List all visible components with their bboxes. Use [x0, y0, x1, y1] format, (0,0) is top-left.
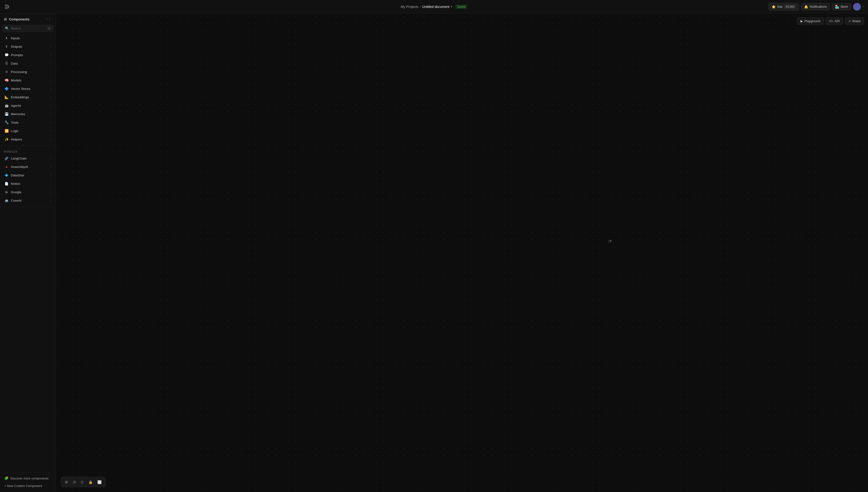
tools-chevron-icon: ›: [50, 121, 51, 124]
document-name[interactable]: Untitled document: [422, 5, 449, 9]
api-button[interactable]: </> API: [825, 17, 843, 25]
project-link[interactable]: My Projects: [401, 5, 418, 9]
code-icon: </>: [829, 20, 833, 23]
processing-chevron-icon: ›: [50, 70, 51, 73]
sidebar-item-logic[interactable]: 🔀 Logic ›: [1, 127, 54, 135]
canvas-area[interactable]: ▶ Playground </> API ↗ Share ☞ ⊕ ⊖ ⊡: [56, 14, 868, 492]
logic-chevron-icon: ›: [50, 129, 51, 132]
inputs-chevron-icon: ›: [50, 36, 51, 40]
chevron-down-icon[interactable]: ▾: [451, 5, 452, 8]
sidebar-title: ⊞ Components: [4, 17, 30, 21]
sidebar-item-models[interactable]: 🧠 Models ›: [1, 76, 54, 84]
zoom-in-button[interactable]: ⊕: [63, 478, 70, 486]
sidebar-item-embeddings[interactable]: 📐 Embeddings ›: [1, 93, 54, 101]
sidebar-item-left: 💾 Memories: [4, 112, 25, 116]
sidebar-item-datastax[interactable]: 💠 DataStax ›: [1, 171, 54, 179]
api-label: API: [835, 19, 840, 23]
share-label: Share: [852, 19, 861, 23]
sidebar-item-left: ⬆ Outputs: [4, 44, 22, 49]
sidebar-item-left: 🔀 Logic: [4, 129, 19, 133]
slash-badge: /: [47, 27, 51, 30]
sidebar-item-tools[interactable]: 🔧 Tools ›: [1, 118, 54, 126]
tools-label: Tools: [11, 121, 19, 124]
search-box[interactable]: 🔍 /: [2, 25, 53, 32]
outputs-label: Outputs: [11, 45, 22, 48]
sidebar-item-left: ⚙ Processing: [4, 70, 27, 74]
models-label: Models: [11, 78, 21, 82]
sidebar-item-agents[interactable]: 🤖 Agents ›: [1, 101, 54, 109]
sidebar-settings-button[interactable]: ⋮⋮: [45, 17, 52, 21]
prompts-chevron-icon: ›: [50, 53, 51, 56]
sidebar-item-notion[interactable]: 📄 Notion ›: [1, 179, 54, 188]
star-count: 43,564: [784, 5, 796, 9]
sidebar-item-left: 📐 Embeddings: [4, 95, 29, 99]
bundles-section-label: Bundles: [0, 148, 56, 154]
assemblyai-icon: 🔺: [4, 165, 9, 169]
agents-chevron-icon: ›: [50, 104, 51, 107]
memories-chevron-icon: ›: [50, 113, 51, 116]
canvas-dots-background: [56, 14, 868, 492]
zoom-in-icon: ⊕: [65, 480, 68, 484]
new-custom-component-button[interactable]: + New Custom Component: [1, 482, 54, 490]
topbar-center: My Projects / Untitled document ▾ Saved: [401, 5, 467, 9]
sidebar-title-label: Components: [9, 17, 30, 21]
share-icon: ↗: [848, 20, 851, 23]
notion-icon: 📄: [4, 181, 9, 186]
store-icon: 🏪: [835, 5, 839, 9]
topbar-right: ⭐ Star 43,564 🔔 Notifications 🏪 Store ›: [769, 3, 864, 10]
sidebar-item-left: 🗄 Data: [4, 61, 18, 66]
helpers-chevron-icon: ›: [50, 138, 51, 141]
prompts-label: Prompts: [11, 53, 23, 57]
sidebar-item-vector-stores[interactable]: 🔷 Vector Stores ›: [1, 84, 54, 93]
play-icon: ▶: [800, 19, 803, 23]
star-label: Star: [777, 5, 783, 8]
new-component-label: + New Custom Component: [4, 484, 42, 488]
sidebar-item-left: 🔺 AssemblyAI: [4, 165, 28, 169]
sidebar-item-left: 🔷 Vector Stores: [4, 87, 30, 91]
vector-stores-label: Vector Stores: [11, 87, 30, 91]
canvas-topbar: ▶ Playground </> API ↗ Share: [797, 17, 864, 25]
vector-stores-chevron-icon: ›: [50, 87, 51, 90]
logic-label: Logic: [11, 129, 19, 133]
sidebar-item-data[interactable]: 🗄 Data ›: [1, 59, 54, 68]
fit-icon: ⊡: [81, 480, 84, 484]
notion-chevron-icon: ›: [50, 182, 51, 185]
outputs-chevron-icon: ›: [50, 45, 51, 48]
playground-button[interactable]: ▶ Playground: [797, 17, 824, 25]
sidebar-footer: 🧩 Discover more components + New Custom …: [0, 473, 56, 492]
share-button[interactable]: ↗ Share: [845, 17, 864, 25]
search-input[interactable]: [11, 26, 46, 30]
notifications-button[interactable]: 🔔 Notifications: [801, 3, 830, 10]
lock-button[interactable]: 🔒: [87, 479, 95, 486]
store-button[interactable]: 🏪 Store: [832, 3, 851, 10]
models-chevron-icon: ›: [50, 79, 51, 82]
sidebar-item-memories[interactable]: 💾 Memories ›: [1, 110, 54, 118]
sidebar-item-helpers[interactable]: ✨ Helpers ›: [1, 135, 54, 143]
avatar[interactable]: [853, 3, 861, 10]
sidebar-item-langchain[interactable]: 🔗 LangChain ›: [1, 154, 54, 163]
google-chevron-icon: ›: [50, 191, 51, 194]
expand-button[interactable]: ⬜: [95, 479, 103, 486]
agents-icon: 🤖: [4, 103, 9, 108]
sidebar-item-outputs[interactable]: ⬆ Outputs ›: [1, 42, 54, 51]
datastax-chevron-icon: ›: [50, 174, 51, 177]
zoom-out-button[interactable]: ⊖: [71, 478, 78, 486]
sidebar-item-crewai[interactable]: 🚢 CrewAI ›: [1, 196, 54, 204]
sidebar-item-processing[interactable]: ⚙ Processing ›: [1, 68, 54, 76]
sidebar-item-left: 🔧 Tools: [4, 120, 19, 125]
sidebar-item-assemblyai[interactable]: 🔺 AssemblyAI ›: [1, 163, 54, 171]
star-button[interactable]: ⭐ Star 43,564: [769, 3, 799, 10]
fit-screen-button[interactable]: ⊡: [79, 479, 86, 486]
sidebar-item-left: 🧠 Models: [4, 78, 21, 82]
langchain-chevron-icon: ›: [50, 157, 51, 160]
sidebar-item-left: 🚢 CrewAI: [4, 198, 21, 203]
sidebar-item-left: 📄 Notion: [4, 181, 20, 186]
sidebar-item-inputs[interactable]: ⬇ Inputs ›: [1, 34, 54, 42]
sidebar-item-google[interactable]: G Google ›: [1, 188, 54, 196]
data-icon: 🗄: [4, 61, 9, 66]
sidebar-item-prompts[interactable]: 💬 Prompts ›: [1, 51, 54, 59]
logo-icon[interactable]: [4, 3, 10, 10]
discover-components-button[interactable]: 🧩 Discover more components: [1, 474, 54, 482]
github-icon: ⭐: [772, 5, 776, 9]
avatar-chevron-icon[interactable]: ›: [863, 4, 864, 9]
